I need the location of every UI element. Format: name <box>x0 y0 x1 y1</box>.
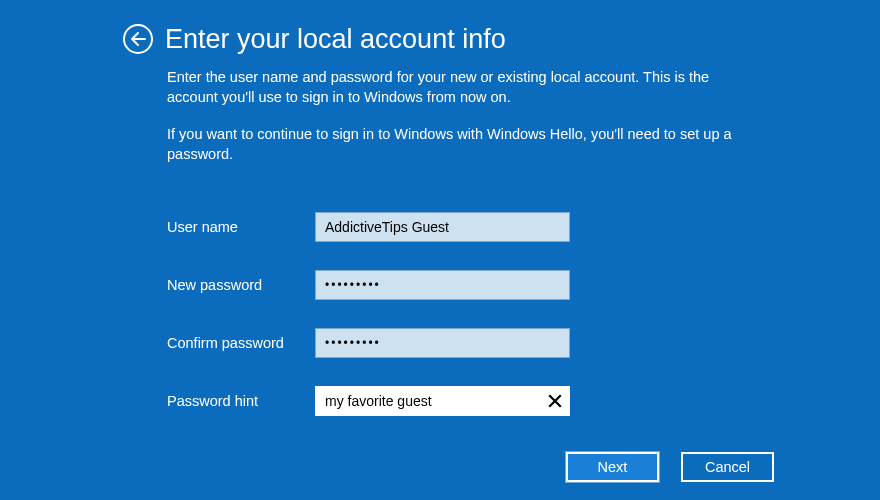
account-form: User name New password Confirm password … <box>0 164 880 416</box>
username-label: User name <box>167 219 315 235</box>
back-button[interactable] <box>123 24 153 54</box>
intro-paragraph-2: If you want to continue to sign in to Wi… <box>167 125 750 164</box>
page-title: Enter your local account info <box>165 26 506 53</box>
new-password-label: New password <box>167 277 315 293</box>
cancel-button[interactable]: Cancel <box>681 452 774 482</box>
intro-paragraph-1: Enter the user name and password for you… <box>167 68 750 107</box>
password-hint-label: Password hint <box>167 393 315 409</box>
confirm-password-label: Confirm password <box>167 335 315 351</box>
confirm-password-input[interactable] <box>315 328 570 358</box>
next-button[interactable]: Next <box>566 452 659 482</box>
clear-hint-button[interactable] <box>540 386 570 416</box>
username-input[interactable] <box>315 212 570 242</box>
close-icon <box>548 394 562 408</box>
new-password-input[interactable] <box>315 270 570 300</box>
back-arrow-icon <box>130 31 146 47</box>
password-hint-input[interactable] <box>315 386 570 416</box>
